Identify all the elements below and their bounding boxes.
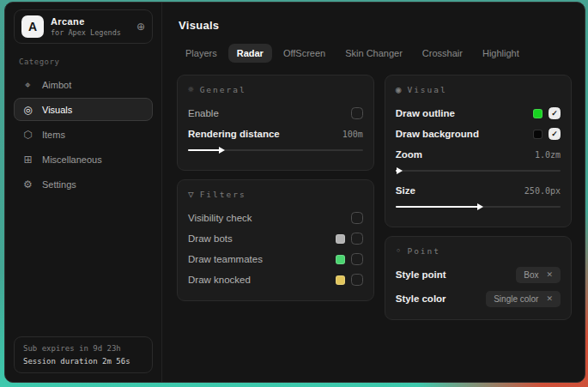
app-name: Arcane bbox=[51, 16, 121, 27]
filters-card: ▽ Filters Visibility check Draw bots bbox=[177, 179, 374, 301]
app-logo: A bbox=[21, 15, 44, 38]
filters-title: Filters bbox=[200, 190, 246, 199]
draw-outline-label: Draw outline bbox=[396, 108, 455, 118]
app-title-block: Arcane for Apex Legends bbox=[51, 16, 121, 37]
subscription-info: Sub expires in 9d 23h Session duration 2… bbox=[14, 336, 153, 373]
general-header: ☼ General bbox=[188, 84, 363, 95]
draw-knocked-color-swatch[interactable] bbox=[336, 275, 345, 285]
point-header: ◦ Point bbox=[396, 245, 561, 257]
style-point-select[interactable]: Box ✕ bbox=[516, 267, 561, 283]
sidebar-item-aimbot[interactable]: ⌖ Aimbot bbox=[14, 73, 153, 96]
sidebar-item-settings[interactable]: ⚙ Settings bbox=[14, 172, 153, 196]
style-point-value: Box bbox=[524, 270, 538, 280]
tab-radar[interactable]: Radar bbox=[228, 44, 272, 63]
draw-teammates-color-swatch[interactable] bbox=[336, 255, 345, 264]
draw-outline-color-swatch[interactable] bbox=[533, 109, 543, 118]
point-card: ◦ Point Style point Box ✕ Style color S bbox=[385, 236, 572, 320]
filters-header: ▽ Filters bbox=[188, 189, 363, 200]
draw-knocked-row: Draw knocked bbox=[188, 269, 363, 290]
visual-card: ◉ Visual Draw outline ✓ Draw background bbox=[385, 75, 572, 227]
visual-icon: ◉ bbox=[396, 84, 402, 95]
rendering-distance-row: Rendering distance 100m bbox=[188, 124, 363, 144]
filters-icon: ▽ bbox=[188, 189, 194, 200]
miscellaneous-icon: ⊞ bbox=[22, 154, 33, 166]
zoom-value: 1.0zm bbox=[535, 150, 561, 160]
draw-knocked-label: Draw knocked bbox=[188, 275, 251, 285]
style-color-label: Style color bbox=[396, 293, 446, 304]
tab-skin-changer[interactable]: Skin Changer bbox=[336, 44, 411, 63]
size-row: Size 250.0px bbox=[396, 180, 561, 201]
style-point-label: Style point bbox=[396, 269, 446, 280]
zoom-label: Zoom bbox=[396, 149, 422, 160]
visuals-icon: ◎ bbox=[22, 104, 33, 116]
sidebar: A Arcane for Apex Legends ⊕ Category ⌖ A… bbox=[5, 3, 162, 382]
sidebar-item-label: Visuals bbox=[42, 105, 72, 115]
sidebar-item-label: Miscellaneous bbox=[42, 154, 102, 165]
size-label: Size bbox=[396, 185, 415, 196]
zoom-row: Zoom 1.0zm bbox=[396, 144, 561, 165]
tab-highlight[interactable]: Highlight bbox=[474, 44, 528, 63]
draw-background-row: Draw background ✓ bbox=[396, 124, 561, 144]
tab-offscreen[interactable]: OffScreen bbox=[275, 44, 334, 63]
style-color-row: Style color Single color ✕ bbox=[396, 288, 561, 309]
page-title: Visuals bbox=[179, 19, 572, 32]
aimbot-icon: ⌖ bbox=[22, 79, 33, 91]
tab-players[interactable]: Players bbox=[177, 44, 226, 63]
draw-knocked-checkbox[interactable] bbox=[351, 274, 363, 286]
draw-bots-row: Draw bots bbox=[188, 228, 363, 249]
general-icon: ☼ bbox=[188, 84, 194, 95]
zoom-slider[interactable] bbox=[396, 166, 561, 175]
draw-background-checkbox[interactable]: ✓ bbox=[549, 128, 561, 140]
visual-header: ◉ Visual bbox=[396, 84, 561, 95]
draw-outline-row: Draw outline ✓ bbox=[396, 103, 561, 124]
sidebar-item-label: Items bbox=[42, 130, 65, 140]
enable-label: Enable bbox=[188, 108, 219, 118]
point-icon: ◦ bbox=[396, 245, 402, 257]
app-subtitle: for Apex Legends bbox=[51, 28, 121, 37]
tab-bar: Players Radar OffScreen Skin Changer Cro… bbox=[177, 44, 572, 63]
app-window: A Arcane for Apex Legends ⊕ Category ⌖ A… bbox=[4, 2, 585, 383]
draw-bots-color-swatch[interactable] bbox=[336, 234, 345, 244]
draw-teammates-label: Draw teammates bbox=[188, 254, 263, 264]
tab-crosshair[interactable]: Crosshair bbox=[414, 44, 471, 63]
size-value: 250.0px bbox=[524, 186, 561, 196]
draw-teammates-checkbox[interactable] bbox=[351, 253, 363, 265]
sidebar-item-label: Settings bbox=[42, 179, 76, 190]
category-label: Category bbox=[19, 57, 148, 66]
draw-background-color-swatch[interactable] bbox=[533, 130, 543, 139]
target-icon[interactable]: ⊕ bbox=[136, 21, 145, 33]
sub-expiry-text: Sub expires in 9d 23h bbox=[23, 344, 143, 353]
visibility-check-row: Visibility check bbox=[188, 208, 363, 228]
sidebar-item-miscellaneous[interactable]: ⊞ Miscellaneous bbox=[14, 148, 153, 171]
general-card: ☼ General Enable Rendering distance 100m bbox=[177, 75, 374, 171]
visibility-check-label: Visibility check bbox=[188, 213, 252, 223]
settings-icon: ⚙ bbox=[22, 178, 33, 190]
size-slider[interactable] bbox=[396, 203, 561, 211]
enable-row: Enable bbox=[188, 103, 363, 124]
visibility-check-checkbox[interactable] bbox=[351, 212, 363, 224]
main-content: Visuals Players Radar OffScreen Skin Cha… bbox=[162, 3, 585, 382]
visual-title: Visual bbox=[407, 85, 446, 94]
app-header: A Arcane for Apex Legends ⊕ bbox=[14, 9, 153, 44]
draw-bots-checkbox[interactable] bbox=[351, 233, 363, 245]
style-color-select[interactable]: Single color ✕ bbox=[486, 291, 561, 307]
items-icon: ⬡ bbox=[22, 129, 33, 141]
rendering-distance-value: 100m bbox=[342, 130, 363, 139]
point-title: Point bbox=[407, 246, 440, 256]
general-title: General bbox=[200, 85, 246, 94]
session-duration-text: Session duration 2m 56s bbox=[23, 357, 143, 366]
rendering-distance-label: Rendering distance bbox=[188, 129, 280, 139]
close-icon[interactable]: ✕ bbox=[546, 270, 553, 279]
draw-teammates-row: Draw teammates bbox=[188, 249, 363, 269]
style-point-row: Style point Box ✕ bbox=[396, 264, 561, 285]
sidebar-item-label: Aimbot bbox=[42, 80, 71, 90]
draw-bots-label: Draw bots bbox=[188, 233, 233, 244]
enable-checkbox[interactable] bbox=[351, 107, 363, 119]
draw-background-label: Draw background bbox=[396, 129, 479, 139]
sidebar-item-items[interactable]: ⬡ Items bbox=[14, 123, 153, 146]
sidebar-item-visuals[interactable]: ◎ Visuals bbox=[14, 98, 153, 121]
rendering-distance-slider[interactable] bbox=[188, 146, 363, 154]
style-color-value: Single color bbox=[494, 294, 538, 304]
close-icon[interactable]: ✕ bbox=[546, 294, 553, 303]
draw-outline-checkbox[interactable]: ✓ bbox=[549, 107, 561, 119]
